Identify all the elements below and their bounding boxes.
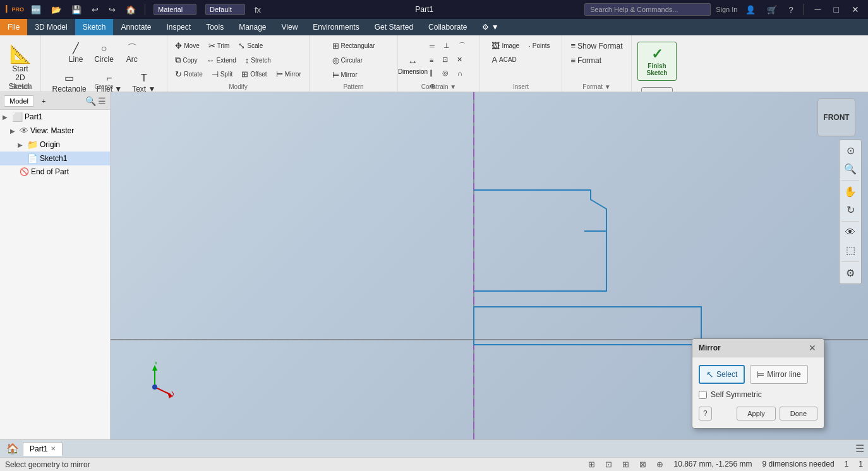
slice-btn[interactable]: ⬚ bbox=[841, 242, 859, 259]
menu-inspect[interactable]: Inspect bbox=[159, 19, 198, 35]
tree-item-part1[interactable]: ▶ ⬜ Part1 bbox=[0, 110, 110, 124]
menu-collaborate[interactable]: Collaborate bbox=[421, 19, 474, 35]
fx-btn[interactable]: fx bbox=[251, 4, 264, 16]
constraint-collinear[interactable]: ∥ bbox=[426, 67, 437, 79]
tab-part1-label: Part1 bbox=[30, 444, 48, 453]
constraint-smooth[interactable]: ≡ bbox=[426, 54, 437, 66]
menu-manage[interactable]: Manage bbox=[231, 19, 274, 35]
signin-label[interactable]: Sign In bbox=[716, 6, 737, 13]
look-btn[interactable]: 👁 bbox=[841, 224, 859, 241]
menu-tools[interactable]: Tools bbox=[198, 19, 231, 35]
open-file-btn[interactable]: 📂 bbox=[48, 4, 64, 16]
arc-btn[interactable]: ⌒ Arc bbox=[119, 39, 145, 68]
circular-btn[interactable]: ◎Circular bbox=[329, 54, 379, 67]
maximize-btn[interactable]: □ bbox=[830, 3, 843, 16]
extend-btn[interactable]: ↔Extend bbox=[203, 54, 240, 67]
mirror-dialog-header[interactable]: Mirror ✕ bbox=[692, 339, 824, 357]
ribbon-group-constrain: ↔ Dimension ═ ⊥ ⌒ ≡ ⊡ ✕ ∥ ◎ ∩ ⊕ Constrai… bbox=[398, 35, 480, 92]
menu-environments[interactable]: Environments bbox=[305, 19, 366, 35]
minimize-btn[interactable]: ─ bbox=[811, 3, 825, 16]
constraint-coincident[interactable]: ═ bbox=[426, 39, 438, 52]
split-btn[interactable]: ⊣Split bbox=[208, 68, 236, 81]
trim-btn[interactable]: ✂Trim bbox=[205, 39, 234, 52]
mirror-dialog-close-btn[interactable]: ✕ bbox=[807, 343, 817, 353]
tree-item-sketch1[interactable]: ▶ 📄 Sketch1 bbox=[0, 152, 110, 165]
viewcube[interactable]: FRONT bbox=[817, 98, 855, 136]
viewport[interactable]: FRONT ⊙ 🔍 ✋ ↻ 👁 ⬚ ⚙ Y X bbox=[111, 92, 868, 439]
mirror-modify-btn[interactable]: ⊨Mirror bbox=[272, 68, 305, 81]
show-format-btn[interactable]: ≡ Show Format bbox=[567, 39, 627, 52]
offset-btn[interactable]: ⊞Offset bbox=[238, 68, 271, 81]
toolbar-icons-3: ⊞ bbox=[622, 460, 629, 469]
search-input[interactable] bbox=[584, 3, 711, 16]
menu-settings[interactable]: ⚙ ▼ bbox=[474, 19, 506, 35]
material-selector[interactable]: Material bbox=[154, 4, 196, 15]
line-btn[interactable]: ╱ Line bbox=[63, 39, 88, 68]
menu-sketch[interactable]: Sketch bbox=[75, 19, 114, 35]
circle-btn[interactable]: ○ Circle bbox=[90, 39, 118, 68]
panel-search-btn[interactable]: 🔍 bbox=[85, 96, 96, 106]
tree-item-view-master[interactable]: ▶ 👁 View: Master bbox=[0, 124, 110, 138]
tab-part1-close[interactable]: ✕ bbox=[51, 445, 56, 452]
undo-btn[interactable]: ↩ bbox=[88, 4, 102, 16]
tree-item-end-of-part[interactable]: ▶ 🚫 End of Part bbox=[0, 165, 110, 178]
zoom-in-btn[interactable]: 🔍 bbox=[841, 160, 859, 177]
menu-getstarted[interactable]: Get Started bbox=[367, 19, 421, 35]
mirror-select-btn[interactable]: ↖ Select bbox=[699, 365, 745, 384]
toolbar-icons-5: ⊕ bbox=[656, 460, 663, 469]
constraint-concentric[interactable]: ◎ bbox=[438, 67, 452, 79]
ribbon-group-sketch: 📐 Start 2D Sketch Sketch bbox=[0, 35, 41, 92]
menu-3dmodel[interactable]: 3D Model bbox=[27, 19, 75, 35]
rectangular-btn[interactable]: ⊞Rectangular bbox=[329, 39, 379, 52]
move-btn[interactable]: ✥Move bbox=[171, 39, 203, 52]
constraint-fix[interactable]: ✕ bbox=[453, 54, 466, 66]
settings-nav-btn[interactable]: ⚙ bbox=[841, 265, 859, 282]
constraint-tangent[interactable]: ⌒ bbox=[455, 39, 469, 52]
constraint-equal[interactable]: ∩ bbox=[454, 67, 466, 79]
qa-separator bbox=[145, 4, 145, 15]
tree-item-origin[interactable]: ▶ 📁 Origin bbox=[0, 138, 110, 152]
image-btn[interactable]: 🖼Image bbox=[488, 39, 523, 52]
save-btn[interactable]: 💾 bbox=[68, 4, 85, 16]
orbit-btn[interactable]: ↻ bbox=[841, 201, 859, 218]
dimension-btn[interactable]: ↔ Dimension bbox=[402, 54, 424, 78]
model-tab[interactable]: Model bbox=[4, 95, 34, 107]
menu-file[interactable]: File bbox=[0, 19, 27, 35]
mirror-pattern-btn[interactable]: ⊨Mirror bbox=[329, 68, 379, 81]
constraint-sym[interactable]: ⊡ bbox=[438, 54, 452, 66]
redo-btn[interactable]: ↪ bbox=[105, 4, 119, 16]
points-btn[interactable]: ·Points bbox=[524, 39, 553, 52]
scale-btn[interactable]: ⤡Scale bbox=[234, 39, 267, 52]
menu-view[interactable]: View bbox=[274, 19, 306, 35]
mirror-apply-btn[interactable]: Apply bbox=[737, 407, 776, 420]
self-symmetric-label[interactable]: Self Symmetric bbox=[711, 390, 762, 399]
exit-btn[interactable]: Exit bbox=[641, 87, 673, 92]
constraint-perpendicular[interactable]: ⊥ bbox=[440, 39, 454, 52]
rotate-btn[interactable]: ↻Rotate bbox=[171, 68, 206, 81]
finish-sketch-btn[interactable]: ✓ Finish Sketch bbox=[637, 42, 677, 81]
self-symmetric-checkbox[interactable] bbox=[699, 391, 707, 399]
help-btn[interactable]: ? bbox=[785, 4, 796, 16]
acad-btn[interactable]: AACAD bbox=[488, 53, 520, 66]
copy-btn[interactable]: ⧉Copy bbox=[171, 53, 201, 67]
cart-btn[interactable]: 🛒 bbox=[764, 4, 780, 16]
zoom-fit-btn[interactable]: ⊙ bbox=[841, 142, 859, 159]
mirror-help-btn[interactable]: ? bbox=[699, 407, 712, 420]
menu-annotate[interactable]: Annotate bbox=[113, 19, 159, 35]
tab-home-btn[interactable]: 🏠 bbox=[4, 441, 21, 456]
show-format-icon: ≡ bbox=[571, 41, 576, 51]
default-selector[interactable]: Default bbox=[205, 4, 245, 15]
tabsbar-menu-icon[interactable]: ☰ bbox=[855, 443, 864, 455]
pan-btn[interactable]: ✋ bbox=[841, 183, 859, 200]
new-file-btn[interactable]: 🆕 bbox=[28, 4, 44, 16]
stretch-btn[interactable]: ↕Stretch bbox=[241, 54, 275, 67]
tab-part1[interactable]: Part1 ✕ bbox=[23, 442, 63, 456]
close-btn[interactable]: ✕ bbox=[848, 3, 863, 16]
panel-menu-btn[interactable]: ☰ bbox=[98, 96, 106, 106]
add-panel-tab[interactable]: + bbox=[37, 96, 51, 106]
account-btn[interactable]: 👤 bbox=[742, 4, 759, 16]
home-btn[interactable]: 🏠 bbox=[123, 4, 139, 16]
mirror-line-btn[interactable]: ⊨ Mirror line bbox=[750, 365, 807, 384]
format-btn[interactable]: ≡ Format bbox=[567, 54, 627, 67]
mirror-done-btn[interactable]: Done bbox=[780, 407, 817, 420]
